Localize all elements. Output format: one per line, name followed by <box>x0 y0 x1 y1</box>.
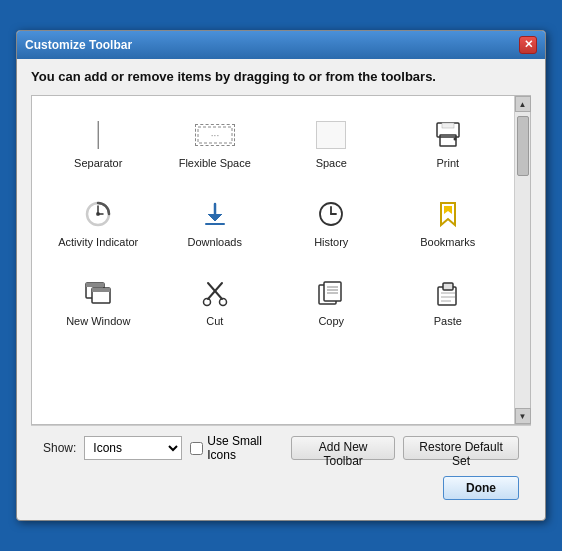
toolbar-item-flexible-space[interactable]: ··· Flexible Space <box>159 106 272 181</box>
customize-toolbar-dialog: Customize Toolbar ✕ You can add or remov… <box>16 30 546 522</box>
toolbar-item-space[interactable]: Space <box>275 106 388 181</box>
svg-text:···: ··· <box>211 130 219 141</box>
items-grid: Separator ··· Flexible Space <box>42 106 504 339</box>
footer-bar: Show: Icons Icons and Text Text Only Use… <box>31 425 531 470</box>
bookmarks-label: Bookmarks <box>420 236 475 249</box>
history-label: History <box>314 236 348 249</box>
toolbar-item-activity-indicator[interactable]: Activity Indicator <box>42 185 155 260</box>
copy-icon <box>316 275 346 311</box>
flexible-space-icon: ··· <box>195 117 235 153</box>
svg-rect-17 <box>86 283 104 287</box>
new-window-icon <box>83 275 113 311</box>
toolbar-item-copy[interactable]: Copy <box>275 264 388 339</box>
print-icon <box>433 117 463 153</box>
add-toolbar-button[interactable]: Add New Toolbar <box>291 436 395 460</box>
flexible-space-label: Flexible Space <box>179 157 251 170</box>
scroll-down-arrow[interactable]: ▼ <box>515 408 531 424</box>
svg-rect-19 <box>92 288 110 292</box>
toolbar-item-print[interactable]: Print <box>392 106 505 181</box>
cut-icon <box>200 275 230 311</box>
toolbar-item-paste[interactable]: Paste <box>392 264 505 339</box>
scroll-track[interactable] <box>516 112 530 408</box>
dialog-title: Customize Toolbar <box>25 38 132 52</box>
dialog-body: You can add or remove items by dragging … <box>17 59 545 521</box>
paste-icon <box>433 275 463 311</box>
cut-label: Cut <box>206 315 223 328</box>
instructions-text: You can add or remove items by dragging … <box>31 69 531 86</box>
show-label: Show: <box>43 441 76 455</box>
copy-label: Copy <box>318 315 344 328</box>
svg-point-5 <box>453 138 456 141</box>
toolbar-item-cut[interactable]: Cut <box>159 264 272 339</box>
close-button[interactable]: ✕ <box>519 36 537 54</box>
svg-rect-30 <box>443 283 453 290</box>
bookmarks-icon <box>433 196 463 232</box>
activity-indicator-icon <box>83 196 113 232</box>
scrollbar[interactable]: ▲ ▼ <box>514 96 530 424</box>
small-icons-checkbox[interactable] <box>190 442 203 455</box>
downloads-icon <box>200 196 230 232</box>
svg-point-23 <box>219 299 226 306</box>
toolbar-item-new-window[interactable]: New Window <box>42 264 155 339</box>
toolbar-item-history[interactable]: History <box>275 185 388 260</box>
toolbar-items-area: Separator ··· Flexible Space <box>31 95 531 425</box>
small-icons-label: Use Small Icons <box>207 434 283 462</box>
paste-label: Paste <box>434 315 462 328</box>
scroll-thumb[interactable] <box>517 116 529 176</box>
scroll-up-arrow[interactable]: ▲ <box>515 96 531 112</box>
activity-indicator-label: Activity Indicator <box>58 236 138 249</box>
space-label: Space <box>316 157 347 170</box>
items-grid-wrapper: Separator ··· Flexible Space <box>32 96 514 424</box>
bottom-row: Done <box>31 470 531 510</box>
restore-button[interactable]: Restore Default Set <box>403 436 519 460</box>
svg-marker-15 <box>444 206 452 214</box>
print-label: Print <box>436 157 459 170</box>
svg-rect-4 <box>442 123 454 128</box>
space-icon <box>316 117 346 153</box>
separator-icon <box>97 117 99 153</box>
toolbar-item-downloads[interactable]: Downloads <box>159 185 272 260</box>
toolbar-item-bookmarks[interactable]: Bookmarks <box>392 185 505 260</box>
done-button[interactable]: Done <box>443 476 519 500</box>
separator-label: Separator <box>74 157 122 170</box>
title-bar: Customize Toolbar ✕ <box>17 31 545 59</box>
svg-point-22 <box>203 299 210 306</box>
small-icons-checkbox-area: Use Small Icons <box>190 434 283 462</box>
downloads-label: Downloads <box>188 236 242 249</box>
history-icon <box>316 196 346 232</box>
new-window-label: New Window <box>66 315 130 328</box>
toolbar-item-separator[interactable]: Separator <box>42 106 155 181</box>
svg-rect-25 <box>324 282 341 301</box>
show-select[interactable]: Icons Icons and Text Text Only <box>84 436 182 460</box>
